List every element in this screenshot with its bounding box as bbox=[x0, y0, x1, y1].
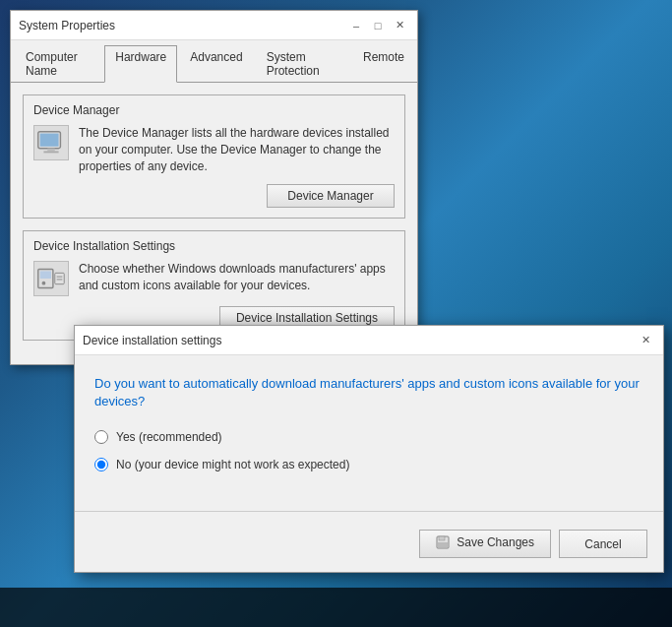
svg-rect-11 bbox=[439, 536, 445, 540]
svg-rect-5 bbox=[40, 272, 51, 280]
option-no[interactable]: No (your device might not work as expect… bbox=[94, 458, 643, 471]
tab-advanced[interactable]: Advanced bbox=[179, 45, 253, 83]
dialog-content: Do you want to automatically download ma… bbox=[75, 355, 663, 495]
dialog-close-button[interactable]: ✕ bbox=[636, 331, 655, 350]
system-props-window: System Properties – □ ✕ Computer Name Ha… bbox=[10, 10, 418, 365]
device-installation-title: Device Installation Settings bbox=[33, 239, 395, 253]
minimize-button[interactable]: – bbox=[346, 16, 366, 35]
device-manager-group: Device Manager The Device Manager lists … bbox=[23, 94, 405, 219]
svg-rect-7 bbox=[55, 274, 64, 284]
title-controls: – □ ✕ bbox=[346, 16, 409, 35]
save-icon bbox=[436, 535, 450, 549]
device-manager-title: Device Manager bbox=[33, 103, 395, 117]
tab-remote[interactable]: Remote bbox=[352, 45, 415, 83]
device-installation-row: Choose whether Windows downloads manufac… bbox=[33, 261, 395, 296]
svg-point-6 bbox=[42, 282, 46, 285]
dialog-footer: Save Changes Cancel bbox=[75, 522, 663, 572]
cancel-button[interactable]: Cancel bbox=[559, 530, 647, 558]
dialog-titlebar: Device installation settings ✕ bbox=[75, 326, 663, 355]
hardware-tab-content: Device Manager The Device Manager lists … bbox=[11, 83, 417, 364]
dialog-question: Do you want to automatically download ma… bbox=[94, 375, 643, 410]
save-changes-button[interactable]: Save Changes bbox=[419, 530, 551, 558]
radio-yes[interactable] bbox=[94, 430, 108, 444]
dialog-title: Device installation settings bbox=[83, 334, 221, 347]
svg-rect-1 bbox=[40, 134, 59, 147]
device-manager-row: The Device Manager lists all the hardwar… bbox=[33, 125, 395, 174]
svg-rect-12 bbox=[438, 542, 448, 547]
system-props-title: System Properties bbox=[19, 19, 115, 32]
tab-hardware[interactable]: Hardware bbox=[104, 45, 177, 83]
save-icon-wrap: Save Changes bbox=[436, 535, 534, 549]
taskbar bbox=[0, 588, 672, 627]
option-yes-label: Yes (recommended) bbox=[116, 430, 222, 444]
device-manager-button[interactable]: Device Manager bbox=[267, 184, 395, 208]
svg-rect-3 bbox=[43, 152, 58, 154]
option-no-label: No (your device might not work as expect… bbox=[116, 458, 349, 471]
device-installation-dialog: Device installation settings ✕ Do you wa… bbox=[74, 325, 664, 573]
radio-no[interactable] bbox=[94, 458, 108, 471]
dialog-divider bbox=[75, 511, 663, 512]
tab-system-protection[interactable]: System Protection bbox=[256, 45, 350, 83]
svg-rect-2 bbox=[47, 149, 55, 152]
device-installation-icon bbox=[33, 261, 69, 296]
dialog-title-controls: ✕ bbox=[636, 331, 655, 350]
system-props-titlebar: System Properties – □ ✕ bbox=[11, 11, 417, 40]
tabs-bar: Computer Name Hardware Advanced System P… bbox=[11, 40, 417, 83]
device-installation-description: Choose whether Windows downloads manufac… bbox=[79, 261, 395, 294]
option-yes[interactable]: Yes (recommended) bbox=[94, 430, 643, 444]
device-manager-icon bbox=[33, 125, 69, 160]
device-manager-btn-row: Device Manager bbox=[33, 184, 395, 208]
tab-computer-name[interactable]: Computer Name bbox=[15, 45, 102, 83]
close-button[interactable]: ✕ bbox=[390, 16, 409, 35]
device-manager-description: The Device Manager lists all the hardwar… bbox=[79, 125, 395, 174]
maximize-button[interactable]: □ bbox=[368, 16, 388, 35]
save-changes-label: Save Changes bbox=[457, 535, 534, 549]
